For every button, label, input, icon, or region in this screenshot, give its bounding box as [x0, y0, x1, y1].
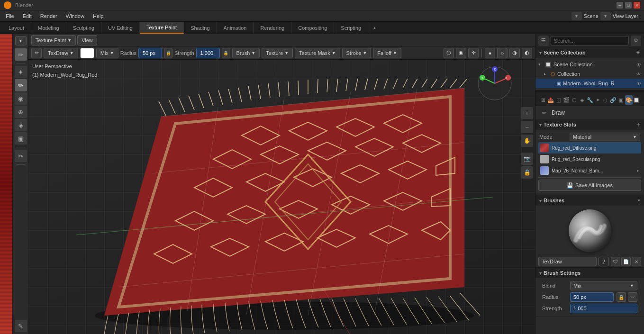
brush-name-display[interactable]: TexDraw — [538, 257, 597, 266]
scene-selector[interactable]: ▼ — [571, 12, 582, 20]
view-material-btn[interactable]: ◐ — [522, 48, 532, 58]
color-swatch[interactable] — [80, 48, 94, 58]
zoom-in-btn[interactable]: + — [521, 107, 533, 119]
clone-tool-btn[interactable]: ◈ — [15, 119, 27, 131]
sc-expand-collection[interactable]: ▸ — [544, 72, 549, 76]
brush-name-btn[interactable]: TexDraw ▼ — [44, 48, 78, 58]
outliner-search[interactable] — [551, 36, 629, 45]
brush-settings-header[interactable]: ▾ Brush Settings — [535, 268, 644, 278]
prop-tab-data[interactable]: ▣ — [617, 95, 625, 105]
maximize-btn[interactable]: □ — [625, 2, 632, 9]
viewport-shading-btn[interactable]: ⬡ — [444, 48, 454, 58]
draw-brush-icon[interactable]: ✏ — [15, 48, 27, 61]
radius-lock-btn[interactable]: 🔒 — [164, 48, 172, 58]
gizmo-btn[interactable]: ✛ — [468, 48, 479, 58]
tab-uv-editing[interactable]: UV Editing — [101, 22, 140, 34]
view-render-btn[interactable]: ◑ — [509, 48, 520, 58]
brushes-header[interactable]: ▾ Brushes ▾ — [535, 195, 644, 206]
prop-tab-texture[interactable]: 🔲 — [633, 95, 640, 105]
sc-row-collection[interactable]: ▸ ⬡ Collection 👁 — [535, 69, 644, 79]
tab-texture-paint[interactable]: Texture Paint — [140, 22, 184, 34]
tab-sculpting[interactable]: Sculpting — [66, 22, 101, 34]
prop-tab-particles[interactable]: ✦ — [594, 95, 601, 105]
brush-copy-btn[interactable]: 📄 — [621, 257, 631, 266]
strength-value[interactable]: 1.000 — [196, 48, 220, 58]
prop-tab-output[interactable]: 📤 — [547, 95, 554, 105]
tex-slot-expand[interactable]: ▸ — [637, 168, 639, 173]
view-menu-btn[interactable]: View — [77, 35, 97, 45]
tab-scripting[interactable]: Scripting — [334, 22, 368, 34]
menu-edit[interactable]: Edit — [19, 12, 36, 20]
blend-setting-dropdown[interactable]: Mix ▼ — [570, 281, 637, 290]
view-wire-btn[interactable]: ○ — [497, 48, 508, 58]
save-all-images-btn[interactable]: 💾 Save All Images — [538, 180, 641, 191]
brush-settings-btn[interactable]: Brush ▼ — [232, 48, 260, 58]
menu-render[interactable]: Render — [36, 12, 61, 20]
cursor-tool-btn[interactable]: ✦ — [15, 66, 27, 78]
scene-collection-header[interactable]: ▾ Scene Collection 👁 — [535, 47, 644, 58]
overlay-btn[interactable]: ◉ — [456, 48, 466, 58]
camera-btn[interactable]: 📷 — [521, 153, 533, 165]
soften-tool-btn[interactable]: ◉ — [15, 92, 27, 105]
sc-row-scene-collection[interactable]: ▾ 🔲 Scene Collection 👁 — [535, 60, 644, 69]
brushes-expand-arrow[interactable]: ▾ — [638, 198, 640, 203]
prop-tab-constraints[interactable]: 🔗 — [609, 95, 617, 105]
tab-modeling[interactable]: Modeling — [31, 22, 66, 34]
tab-animation[interactable]: Animation — [217, 22, 254, 34]
prop-tab-material[interactable]: 🎨 — [625, 95, 632, 105]
mode-selector[interactable]: ▼ — [15, 36, 27, 45]
sc-row-object[interactable]: ▣ Modern_Wool_Rug_R 👁 — [535, 79, 644, 88]
menu-help[interactable]: Help — [89, 12, 108, 20]
prop-tab-view-layer[interactable]: ◫ — [555, 95, 562, 105]
smear-tool-btn[interactable]: ⊕ — [15, 106, 27, 118]
texture-settings-btn[interactable]: Texture ▼ — [262, 48, 293, 58]
sc-eye-root[interactable]: 👁 — [636, 62, 641, 67]
mode-dropdown[interactable]: Material ▼ — [570, 133, 640, 141]
annotate-tool-btn[interactable]: ✎ — [15, 320, 27, 332]
tab-rendering[interactable]: Rendering — [254, 22, 291, 34]
ts-add-btn[interactable]: + — [636, 121, 640, 128]
minimize-btn[interactable]: ─ — [617, 2, 623, 9]
outliner-filter-btn[interactable]: ☰ — [538, 36, 549, 46]
prop-tab-physics[interactable]: ◌ — [602, 95, 609, 105]
menu-file[interactable]: File — [2, 12, 18, 20]
tab-compositing[interactable]: Compositing — [291, 22, 334, 34]
tex-slot-normal[interactable]: Map_26_Normal_Bum... ▸ — [538, 165, 641, 176]
prop-tab-world[interactable]: ⬡ — [571, 95, 578, 105]
sc-eye-collection[interactable]: 👁 — [636, 72, 641, 77]
texture-mask-btn[interactable]: Texture Mask ▼ — [295, 48, 340, 58]
tab-layout[interactable]: Layout — [2, 22, 31, 34]
viewport-3d[interactable]: User Perspective (1) Modern_Wool_Rug_Red… — [28, 60, 535, 334]
texture-slots-header[interactable]: ▾ Texture Slots + — [535, 119, 644, 130]
falloff-btn[interactable]: Falloff ▼ — [373, 48, 401, 58]
fill-tool-btn[interactable]: ▣ — [15, 132, 27, 144]
prop-tab-render[interactable]: 🖥 — [539, 95, 546, 105]
tex-slot-diffuse[interactable]: Rug_red_Diffuse.png — [538, 142, 641, 153]
texture-paint-panel-btn[interactable]: Texture Paint ▼ — [31, 35, 76, 45]
brush-delete-btn[interactable]: ✕ — [632, 257, 641, 266]
radius-curve-setting[interactable]: 〰 — [628, 292, 637, 302]
brush-shield-btn[interactable]: 🛡 — [611, 257, 620, 266]
mask-tool-btn[interactable]: ✂ — [15, 150, 27, 162]
prop-tab-scene[interactable]: 🎬 — [562, 95, 570, 105]
draw-tool-btn[interactable]: ✏ — [15, 79, 27, 91]
add-workspace-btn[interactable]: + — [368, 22, 381, 34]
zoom-out-btn[interactable]: − — [521, 121, 533, 133]
prop-tab-modifier[interactable]: 🔧 — [586, 95, 593, 105]
tex-slot-specular[interactable]: Rug_red_Specular.png — [538, 153, 641, 165]
sc-expand-root[interactable]: ▾ — [538, 62, 543, 67]
layer-selector[interactable]: ▼ — [600, 12, 611, 20]
prop-tab-object[interactable]: ◈ — [578, 95, 585, 105]
sc-eye-obj[interactable]: 👁 — [636, 81, 641, 86]
lock-camera-btn[interactable]: 🔒 — [521, 166, 533, 179]
close-btn[interactable]: ✕ — [634, 2, 640, 9]
strength-lock-btn[interactable]: 🔒 — [222, 48, 230, 58]
blend-selector[interactable]: Mix ▼ — [96, 48, 118, 58]
radius-lock-setting[interactable]: 🔒 — [617, 292, 626, 302]
strength-setting-value[interactable]: 1.000 — [570, 304, 637, 313]
nav-gizmo[interactable]: X Y Z — [476, 64, 514, 102]
brush-type-icon[interactable]: ✏ — [31, 48, 42, 58]
outliner-options-btn[interactable]: ⚙ — [631, 36, 641, 46]
tab-shading[interactable]: Shading — [184, 22, 217, 34]
sc-eye-global[interactable]: 👁 — [636, 50, 640, 55]
